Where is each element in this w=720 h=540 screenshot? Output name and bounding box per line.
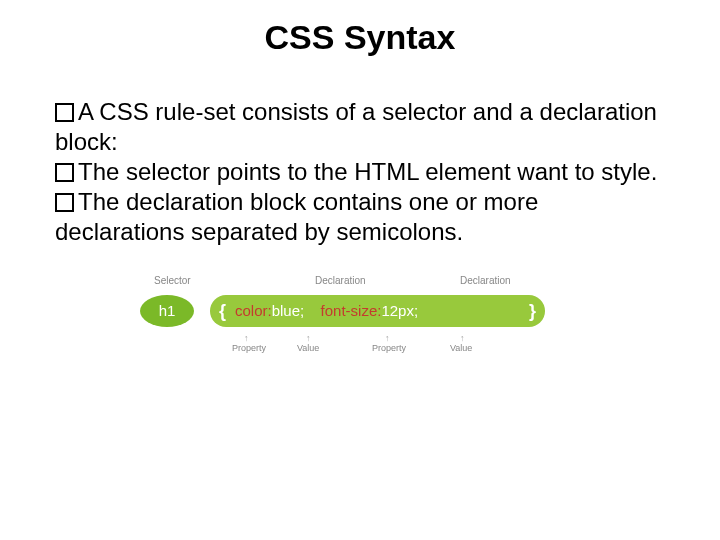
- declaration-capsule: { color:blue; font-size:12px; }: [210, 295, 545, 327]
- value-text: 12px: [381, 302, 414, 319]
- label-declaration: Declaration: [315, 275, 366, 286]
- bullet-item: A CSS rule-set consists of a selector an…: [55, 97, 670, 157]
- selector-ellipse: h1: [140, 295, 194, 327]
- label-value: Value: [450, 343, 472, 353]
- semicolon: ;: [300, 302, 304, 319]
- bullet-item: The declaration block contains one or mo…: [55, 187, 670, 247]
- slide-title: CSS Syntax: [0, 18, 720, 57]
- selector-text: h1: [159, 302, 176, 319]
- bullet-item: The selector points to the HTML element …: [55, 157, 670, 187]
- semicolon: ;: [414, 302, 418, 319]
- label-property: Property: [372, 343, 406, 353]
- bullet-text: The declaration block contains one or mo…: [55, 188, 538, 245]
- label-value: Value: [297, 343, 319, 353]
- bullet-icon: [55, 163, 74, 182]
- arrow-up-icon: ↑: [306, 333, 311, 343]
- property-text: font-size:: [321, 302, 382, 319]
- bullet-text: The selector points to the HTML element …: [78, 158, 657, 185]
- label-property: Property: [232, 343, 266, 353]
- css-syntax-diagram: Selector Declaration Declaration h1 { co…: [140, 275, 580, 315]
- label-declaration: Declaration: [460, 275, 511, 286]
- diagram-shapes: h1 { color:blue; font-size:12px; }: [140, 291, 580, 331]
- arrow-up-icon: ↑: [460, 333, 465, 343]
- slide: CSS Syntax A CSS rule-set consists of a …: [0, 18, 720, 540]
- bullet-icon: [55, 193, 74, 212]
- bullet-text: A CSS rule-set consists of a selector an…: [55, 98, 657, 155]
- arrow-up-icon: ↑: [385, 333, 390, 343]
- slide-body: A CSS rule-set consists of a selector an…: [55, 97, 670, 247]
- label-selector: Selector: [154, 275, 191, 286]
- property-text: color:: [235, 302, 272, 319]
- brace-close: }: [529, 295, 536, 327]
- value-text: blue: [272, 302, 300, 319]
- brace-open: {: [219, 295, 226, 327]
- arrow-up-icon: ↑: [244, 333, 249, 343]
- bullet-icon: [55, 103, 74, 122]
